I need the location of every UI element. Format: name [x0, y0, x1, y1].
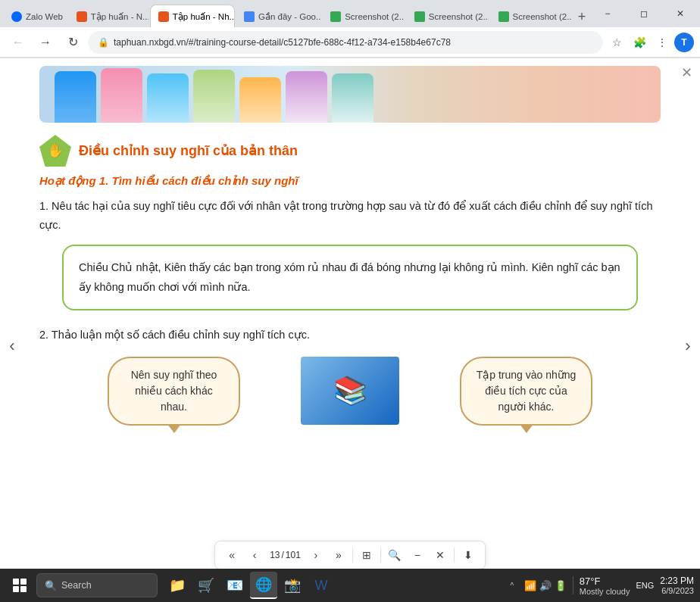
navigation-bar: ← → ↻ 🔒 taphuan.nxbgd.vn/#/training-cour… — [0, 27, 700, 58]
language-text: ENG — [636, 581, 654, 590]
battery-icon[interactable]: 🔋 — [555, 580, 567, 591]
taskbar-app-photos[interactable]: 📸 — [279, 572, 306, 599]
network-icon[interactable]: 📶 — [524, 580, 536, 591]
tab-ss2-label: Screenshot (2... — [429, 12, 489, 21]
bookmark-icon[interactable]: ☆ — [606, 32, 627, 53]
tab-taphuan1[interactable]: Tập huấn - N... × — [68, 5, 149, 27]
tab-taphuan2-label: Tập huấn - Nh... — [173, 11, 235, 22]
tab-zalo-label: Zalo Web — [26, 12, 63, 21]
tab-gdocs[interactable]: Gần đây - Goo... × — [236, 5, 321, 27]
close-toolbar-button[interactable]: ✕ — [430, 544, 451, 566]
address-bar[interactable]: 🔒 taphuan.nxbgd.vn/#/training-course-det… — [88, 31, 603, 54]
book-illustration: 📚 — [301, 357, 399, 432]
tab-favicon-ss2 — [414, 11, 425, 22]
reload-button[interactable]: ↻ — [61, 30, 85, 55]
tab-zalo-close[interactable]: × — [67, 11, 67, 22]
taskbar-right: ^ 📶 🔊 🔋 87°F Mostly cloudy ENG 2:23 PM 6… — [506, 572, 694, 599]
bubble-1-text: Nên suy nghĩ theo nhiều cách khác nhau. — [131, 369, 217, 413]
taskbar-search-bar[interactable]: 🔍 Search — [36, 573, 158, 597]
toolbar-divider-3 — [454, 547, 455, 563]
speech-bubble-1: Nên suy nghĩ theo nhiều cách khác nhau. — [108, 357, 240, 426]
section-icon: ✋ — [39, 135, 71, 167]
zoom-out-button[interactable]: − — [407, 544, 428, 566]
download-button[interactable]: ⬇ — [458, 544, 479, 566]
taskbar-overflow-button[interactable]: ^ — [506, 572, 518, 599]
minimize-button[interactable]: − — [591, 0, 624, 27]
time-display: 2:23 PM — [660, 575, 694, 586]
maximize-button[interactable]: ◻ — [627, 0, 661, 27]
windows-taskbar: 🔍 Search 📁 🛒 📧 🌐 📸 W ^ 📶 🔊 🔋 87°F Mostly… — [0, 569, 700, 602]
date-display: 6/9/2023 — [660, 586, 694, 595]
paragraph-1: 1. Nêu tác hại của suy nghĩ tiêu cực đối… — [39, 197, 661, 234]
grid-view-button[interactable]: ⊞ — [356, 544, 377, 566]
taskbar-search-text: Search — [61, 580, 92, 591]
tab-zalo[interactable]: Zalo Web × — [3, 5, 67, 27]
clock-widget[interactable]: 2:23 PM 6/9/2023 — [660, 575, 694, 595]
tab-ss1[interactable]: Screenshot (2... × — [322, 5, 405, 27]
tab-ss3-label: Screenshot (2... — [513, 12, 573, 21]
system-tray: 📶 🔊 🔋 — [524, 580, 567, 591]
tab-bar: Zalo Web × Tập huấn - N... × Tập huấn - … — [0, 0, 700, 27]
current-page: 13 — [270, 550, 280, 560]
new-tab-button[interactable]: + — [573, 6, 590, 27]
nav-right-icons: ☆ 🧩 ⋮ T — [606, 32, 694, 53]
content-close-button[interactable]: ✕ — [681, 64, 692, 81]
browser-menu-button[interactable]: ⋮ — [652, 32, 673, 53]
tab-favicon-gdocs — [244, 11, 255, 22]
tab-ss1-label: Screenshot (2... — [345, 12, 405, 21]
volume-icon[interactable]: 🔊 — [539, 580, 552, 591]
tab-favicon-taphuan1 — [77, 11, 87, 22]
tray-divider — [573, 576, 573, 594]
taskbar-app-store[interactable]: 🛒 — [192, 572, 220, 599]
speech-bubble-2: Tập trung vào những điều tích cực của ng… — [460, 357, 592, 426]
prev-page-button[interactable]: ‹ — [244, 544, 265, 566]
page-content: ✕ ✋ Điều chỉnh suy nghĩ của bản thân Hoạ… — [39, 58, 661, 516]
tab-ss3[interactable]: Screenshot (2... × — [490, 5, 573, 27]
window-controls: − ◻ ✕ — [591, 0, 697, 27]
tab-favicon-ss3 — [498, 11, 509, 22]
next-page-button[interactable]: › — [305, 544, 327, 566]
content-wrapper: ✕ ✋ Điều chỉnh suy nghĩ của bản thân Hoạ… — [0, 58, 700, 516]
toolbar-divider-1 — [352, 547, 353, 563]
taskbar-app-mail[interactable]: 📧 — [221, 572, 248, 599]
profile-button[interactable]: T — [674, 33, 694, 52]
tab-ss2[interactable]: Screenshot (2... × — [406, 5, 489, 27]
first-page-button[interactable]: « — [221, 544, 242, 566]
address-text: taphuan.nxbgd.vn/#/training-course-detai… — [114, 37, 593, 48]
page-toolbar: « ‹ 13 / 101 › » ⊞ 🔍 − ✕ ⬇ — [214, 541, 486, 569]
prev-page-arrow[interactable]: ‹ — [0, 323, 24, 369]
taskbar-app-edge[interactable]: 🌐 — [250, 572, 277, 599]
taskbar-search-icon: 🔍 — [45, 580, 57, 591]
quote-box: Chiều Chủ nhật, Kiên thấy các bạn trong … — [62, 245, 638, 310]
tab-favicon-ss1 — [330, 11, 341, 22]
start-button[interactable] — [6, 572, 33, 599]
language-indicator[interactable]: ENG — [636, 581, 654, 590]
tab-favicon-taphuan2 — [158, 11, 169, 22]
taskbar-app-explorer[interactable]: 📁 — [164, 572, 191, 599]
activity-title: Hoạt động 1. Tìm hiểu cách điều chỉnh su… — [39, 174, 661, 188]
next-page-arrow[interactable]: › — [676, 323, 700, 369]
lock-icon: 🔒 — [98, 37, 109, 48]
top-image-strip — [39, 66, 661, 123]
tab-taphuan2[interactable]: Tập huấn - Nh... × — [150, 5, 235, 27]
weather-widget[interactable]: 87°F Mostly cloudy — [580, 575, 630, 596]
page-indicator: 13 / 101 — [267, 550, 304, 560]
page-separator: / — [281, 550, 283, 560]
search-toolbar-button[interactable]: 🔍 — [384, 544, 405, 566]
weather-condition: Mostly cloudy — [580, 587, 630, 596]
tab-gdocs-label: Gần đây - Goo... — [258, 11, 321, 22]
extensions-icon[interactable]: 🧩 — [629, 32, 650, 53]
paragraph-2: 2. Thảo luận một số cách điều chỉnh suy … — [39, 326, 661, 345]
close-button[interactable]: ✕ — [664, 0, 697, 27]
bubble-2-text: Tập trung vào những điều tích cực của ng… — [477, 369, 577, 413]
total-pages: 101 — [286, 550, 301, 560]
quote-text: Chiều Chủ nhật, Kiên thấy các bạn trong … — [79, 258, 621, 297]
taskbar-app-word[interactable]: W — [308, 572, 335, 599]
back-button[interactable]: ← — [6, 30, 30, 55]
bubbles-area: Nên suy nghĩ theo nhiều cách khác nhau. … — [39, 357, 661, 455]
windows-logo-icon — [13, 579, 27, 592]
last-page-button[interactable]: » — [328, 544, 349, 566]
forward-button[interactable]: → — [33, 30, 58, 55]
section-header: ✋ Điều chỉnh suy nghĩ của bản thân — [39, 135, 661, 167]
tab-favicon-zalo — [11, 11, 22, 22]
